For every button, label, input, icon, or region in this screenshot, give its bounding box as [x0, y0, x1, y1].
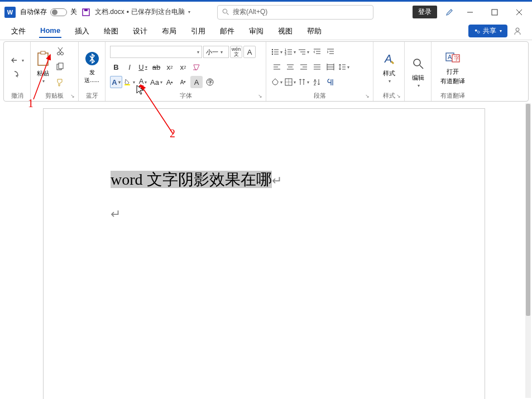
italic-button[interactable]: I [123, 61, 136, 73]
svg-text:字: 字 [208, 79, 213, 85]
bluetooth-icon [83, 50, 101, 68]
paragraph-mark-icon: ↵ [272, 174, 282, 188]
svg-text:字: 字 [454, 55, 459, 61]
save-icon[interactable] [82, 8, 90, 17]
align-center-button[interactable] [284, 61, 296, 73]
tab-help[interactable]: 帮助 [306, 24, 323, 39]
tab-mailings[interactable]: 邮件 [219, 24, 236, 39]
font-name-combo[interactable]: ▾ [110, 46, 202, 58]
maximize-button[interactable] [486, 4, 503, 21]
pen-icon[interactable] [445, 8, 454, 17]
youdao-open-button[interactable]: A字 打开 有道翻译 [435, 44, 471, 90]
tab-references[interactable]: 引用 [190, 24, 207, 39]
chevron-down-icon: ▾ [418, 83, 420, 88]
tab-view[interactable]: 视图 [277, 24, 294, 39]
share-icon [474, 28, 481, 35]
chevron-down-icon: ▾ [389, 79, 391, 84]
superscript-button[interactable]: x2 [177, 61, 189, 73]
multilevel-list-button[interactable]: ▾ [298, 46, 310, 58]
enclose-characters-button[interactable]: 字 [204, 76, 216, 88]
align-right-button[interactable] [298, 61, 310, 73]
ribbon-group-editing: 编辑 ▾ [405, 42, 432, 101]
svg-point-25 [272, 51, 273, 52]
phonetic-guide-button[interactable]: wén文 [230, 46, 242, 58]
ribbon-group-youdao: A字 打开 有道翻译 有道翻译 [432, 42, 474, 101]
login-button[interactable]: 登录 [413, 6, 437, 18]
show-marks-button[interactable] [324, 76, 337, 88]
character-border-button[interactable]: A [243, 46, 256, 58]
dialog-launcher-icon[interactable]: ↘ [396, 93, 401, 99]
tab-file[interactable]: 文件 [10, 24, 27, 39]
search-input[interactable]: 搜索(Alt+Q) [217, 5, 373, 20]
minimize-button[interactable] [462, 4, 478, 21]
font-size-combo[interactable]: 小一▾ [203, 46, 229, 58]
document-page[interactable]: word 文字阴影效果在哪↵ ↵ [44, 109, 485, 399]
change-case-button[interactable]: Aa▾ [150, 76, 162, 88]
share-button[interactable]: 共享 ▾ [468, 25, 507, 37]
format-painter-button[interactable] [54, 76, 66, 89]
distribute-button[interactable] [324, 61, 337, 73]
text-effects-button[interactable]: A▾ [110, 76, 122, 88]
scrollbar-thumb[interactable] [526, 104, 530, 316]
copy-button[interactable] [54, 61, 66, 73]
undo-button[interactable]: ▾ [11, 54, 24, 66]
styles-icon: A [380, 50, 398, 68]
word-app-icon: W [4, 7, 16, 18]
grow-font-button[interactable]: A▴ [164, 76, 176, 88]
ribbon-group-bluetooth: 发送...... 蓝牙 [79, 42, 106, 101]
svg-point-9 [477, 31, 480, 33]
tab-layout[interactable]: 布局 [161, 24, 178, 39]
strikethrough-button[interactable]: ab [150, 61, 162, 73]
selected-text[interactable]: word 文字阴影效果在哪 [111, 171, 272, 188]
close-button[interactable] [511, 4, 528, 21]
bluetooth-send-button[interactable]: 发送...... [82, 44, 102, 90]
paste-button[interactable]: 粘贴 ▾ [34, 44, 52, 90]
svg-rect-21 [124, 84, 130, 85]
bullets-button[interactable]: ▾ [271, 46, 283, 58]
justify-button[interactable] [311, 61, 323, 73]
tab-design[interactable]: 设计 [132, 24, 148, 39]
toggle-switch-icon[interactable] [50, 8, 67, 16]
svg-point-13 [57, 52, 60, 55]
redo-button[interactable] [11, 68, 23, 80]
shrink-font-button[interactable]: A▾ [177, 76, 189, 88]
subscript-button[interactable]: x2 [164, 61, 176, 73]
svg-text:Z: Z [314, 82, 317, 86]
highlight-button[interactable]: ▾ [123, 76, 136, 88]
character-shading-button[interactable]: A [190, 76, 203, 88]
numbering-button[interactable]: 123▾ [284, 46, 296, 58]
increase-indent-button[interactable] [324, 46, 337, 58]
chevron-down-icon: ▾ [188, 9, 190, 15]
dialog-launcher-icon[interactable]: ↘ [258, 93, 262, 99]
line-spacing-button[interactable]: ▾ [338, 61, 350, 73]
borders-button[interactable]: ▾ [284, 76, 296, 88]
dialog-launcher-icon[interactable]: ↘ [70, 93, 75, 99]
svg-rect-5 [492, 9, 497, 15]
shading-button[interactable]: ▾ [271, 76, 283, 88]
tab-home[interactable]: Home [39, 24, 61, 38]
tab-insert[interactable]: 插入 [74, 24, 90, 39]
decrease-indent-button[interactable] [311, 46, 323, 58]
clear-formatting-button[interactable] [190, 61, 203, 73]
styles-button[interactable]: A 样式 ▾ [377, 44, 401, 90]
tab-review[interactable]: 审阅 [248, 24, 265, 39]
tab-draw[interactable]: 绘图 [103, 24, 119, 39]
person-icon[interactable] [513, 27, 522, 36]
ribbon-tabs: 文件 Home 插入 绘图 设计 布局 引用 邮件 审阅 视图 帮助 共享 ▾ [0, 22, 532, 40]
bold-button[interactable]: B [110, 61, 122, 73]
svg-point-24 [272, 49, 273, 50]
asian-layout-button[interactable]: ▾ [298, 76, 310, 88]
cut-button[interactable] [54, 45, 66, 57]
font-color-button[interactable]: A▾ [137, 76, 149, 88]
svg-point-26 [272, 54, 273, 55]
align-left-button[interactable] [271, 61, 283, 73]
autosave-toggle[interactable]: 自动保存 关 [20, 7, 77, 17]
editing-button[interactable]: 编辑 ▾ [408, 44, 428, 98]
document-title[interactable]: 文档.docx • 已保存到这台电脑 ▾ [95, 7, 190, 17]
vertical-scrollbar[interactable] [525, 103, 531, 398]
underline-button[interactable]: U▾ [137, 61, 149, 73]
svg-line-3 [227, 13, 228, 15]
dialog-launcher-icon[interactable]: ↘ [365, 93, 370, 99]
svg-point-2 [223, 9, 227, 13]
sort-button[interactable]: AZ [311, 76, 323, 88]
